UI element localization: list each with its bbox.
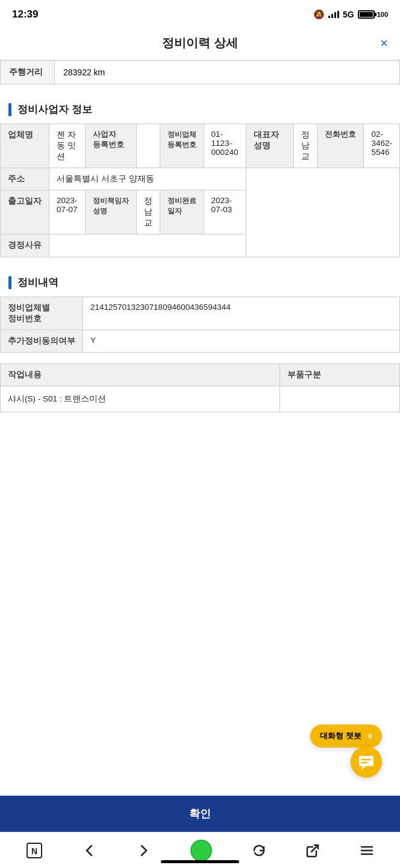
battery-fill (360, 12, 373, 17)
maintenance-person-value: 정남교 (136, 190, 160, 234)
svg-rect-2 (361, 759, 371, 761)
mileage-value: 283922 km (55, 61, 400, 84)
additional-consent-value: Y (83, 330, 400, 353)
address-label: 주소 (1, 168, 49, 190)
confirm-bar: 확인 (0, 796, 400, 832)
svg-line-6 (311, 845, 318, 852)
chat-close-button[interactable]: × (367, 731, 372, 741)
refresh-icon (252, 843, 266, 858)
table-row: 추가정비동의여부 Y (1, 330, 400, 353)
business-info-table: 업체명 젠 자동 밋션 사업자 등록번호 정비업체 등록번호 01-1123-0… (0, 124, 400, 257)
battery-container: 100 (358, 10, 388, 19)
chat-fab-button[interactable] (351, 746, 382, 778)
chat-bubble-label: 대화형 챗봇 (320, 731, 361, 741)
main-content: 주행거리 283922 km 정비사업자 정보 업체명 젠 자동 밋션 사업자 … (0, 60, 400, 491)
biz-reg-value (136, 124, 160, 168)
maintenance-detail-table: 정비업체별 정비번호 21412570132307180946004365943… (0, 297, 400, 353)
home-dot (190, 840, 212, 861)
mileage-label: 주행거리 (1, 61, 55, 84)
battery-icon (358, 10, 375, 19)
signal-bar-2 (331, 14, 333, 18)
signal-bar-3 (334, 12, 336, 18)
work-content: 샤시(S) - S01 : 트랜스미션 (1, 386, 280, 412)
business-info-title: 정비사업자 정보 (17, 102, 92, 116)
maintenance-no-value: 2141257013230718094600436594344 (83, 297, 400, 330)
table-row: 주소 서울특별시 서초구 양재동 (1, 168, 400, 190)
biz-reg-label: 사업자 등록번호 (85, 124, 136, 168)
table-row: 출고일자 2023-07-07 정비책임자 성명 정남교 정비완료 일자 202… (1, 190, 400, 234)
maintenance-detail-section-header: 정비내역 (0, 268, 400, 297)
maintenance-reg-label: 정비업체 등록번호 (160, 124, 204, 168)
close-button[interactable]: × (380, 36, 388, 51)
page-header: 정비이력 상세 × (0, 27, 400, 60)
status-bar: 12:39 🔕 5G 100 (0, 0, 400, 27)
nav-menu-button[interactable] (355, 838, 379, 863)
table-header-row: 작업내용 부품구분 (1, 364, 400, 386)
complete-date-value: 2023-07-03 (204, 190, 246, 234)
forward-icon (136, 843, 151, 858)
battery-level: 100 (377, 11, 388, 18)
confirm-button[interactable]: 확인 (11, 807, 389, 821)
maintenance-detail-title: 정비내역 (17, 275, 58, 289)
svg-rect-0 (359, 756, 373, 766)
work-table: 작업내용 부품구분 샤시(S) - S01 : 트랜스미션 (0, 363, 400, 412)
rep-name-label: 대표자 성명 (246, 124, 294, 168)
section-bar (8, 103, 11, 116)
checkout-date-value: 2023-07-07 (49, 190, 86, 234)
maintenance-reg-value: 01-1123-000240 (204, 124, 246, 168)
maintenance-no-label: 정비업체별 정비번호 (1, 297, 83, 330)
network-type: 5G (343, 10, 354, 19)
status-time: 12:39 (12, 8, 38, 20)
table-row: 경정사유 (1, 234, 400, 257)
section-bar-2 (8, 276, 11, 289)
phone-label: 전화번호 (317, 124, 364, 168)
nav-share-button[interactable] (301, 838, 325, 863)
correction-reason-value (49, 234, 246, 257)
mute-icon: 🔕 (313, 9, 325, 20)
chat-icon (358, 753, 375, 770)
business-info-section-header: 정비사업자 정보 (0, 95, 400, 124)
home-indicator (161, 860, 239, 863)
table-row: 샤시(S) - S01 : 트랜스미션 (1, 386, 400, 412)
svg-text:N: N (31, 846, 37, 856)
complete-date-label: 정비완료 일자 (160, 190, 204, 234)
parts-type (280, 386, 399, 412)
page-title: 정비이력 상세 (162, 35, 238, 51)
signal-bar-1 (328, 16, 330, 18)
signal-bars (328, 11, 339, 18)
nav-refresh-button[interactable] (247, 838, 271, 863)
maintenance-person-label: 정비책임자 성명 (85, 190, 136, 234)
phone-value: 02-3462-5546 (364, 124, 400, 168)
svg-rect-3 (361, 762, 367, 764)
address-value: 서울특별시 서초구 양재동 (49, 168, 246, 190)
work-column-header: 작업내용 (1, 364, 280, 386)
correction-reason-label: 경정사유 (1, 234, 49, 257)
additional-consent-label: 추가정비동의여부 (1, 330, 83, 353)
nav-logo-button[interactable]: N (21, 837, 48, 864)
table-row: 정비업체별 정비번호 21412570132307180946004365943… (1, 297, 400, 330)
back-icon (83, 843, 97, 858)
company-name-label: 업체명 (1, 124, 49, 168)
company-name-value: 젠 자동 밋션 (49, 124, 86, 168)
chat-bubble[interactable]: 대화형 챗봇 × (310, 725, 382, 747)
menu-icon (360, 843, 374, 858)
rep-name-value: 정남교 (294, 124, 317, 168)
nav-forward-button[interactable] (131, 838, 155, 863)
nav-back-button[interactable] (78, 838, 102, 863)
mileage-table: 주행거리 283922 km (0, 60, 400, 84)
status-right: 🔕 5G 100 (313, 9, 388, 20)
share-icon (305, 843, 320, 858)
nav-logo-icon: N (26, 842, 43, 859)
svg-marker-1 (361, 766, 366, 770)
checkout-date-label: 출고일자 (1, 190, 49, 234)
signal-bar-4 (337, 11, 339, 18)
parts-column-header: 부품구분 (280, 364, 399, 386)
